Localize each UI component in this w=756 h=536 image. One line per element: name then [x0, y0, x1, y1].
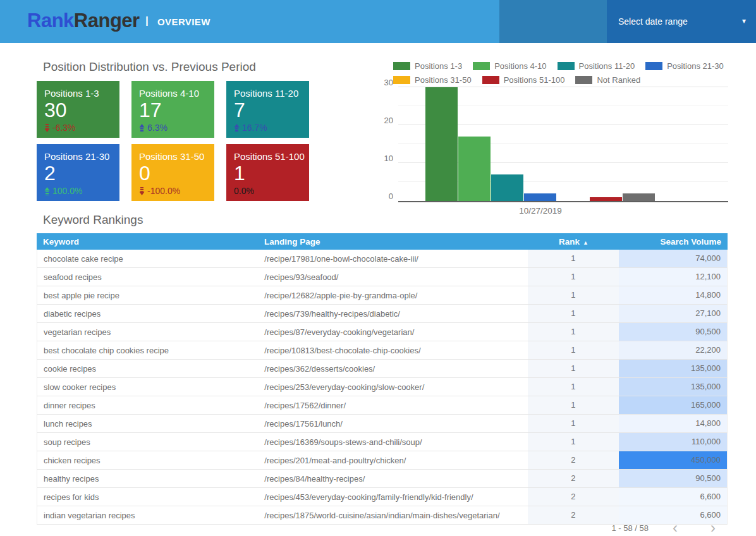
keyword-cell[interactable]: dinner recipes: [37, 401, 259, 410]
trend-down-icon: [44, 124, 50, 132]
keyword-cell[interactable]: healthy recipes: [37, 474, 259, 484]
legend-swatch: [393, 62, 410, 70]
rank-cell: 2: [528, 506, 619, 524]
landing-page-cell[interactable]: /recipes/17561/lunch/: [259, 419, 527, 429]
table-row[interactable]: lunch recipes/recipes/17561/lunch/114,80…: [37, 415, 728, 433]
sort-ascending-icon: ▲: [583, 240, 588, 246]
keyword-cell[interactable]: vegetarian recipes: [37, 327, 259, 337]
table-row[interactable]: best apple pie recipe/recipe/12682/apple…: [37, 286, 728, 305]
trend-up-icon: [234, 124, 240, 132]
landing-page-cell[interactable]: /recipes/93/seafood/: [259, 272, 527, 282]
search-volume-cell: 14,800: [619, 286, 727, 304]
landing-page-cell[interactable]: /recipes/87/everyday-cooking/vegetarian/: [259, 327, 527, 337]
keyword-rankings-title: Keyword Rankings: [43, 213, 143, 227]
table-row[interactable]: best chocolate chip cookies recipe/recip…: [37, 341, 728, 360]
card-change-value: 0.0%: [234, 186, 254, 196]
column-header-search-volume[interactable]: Search Volume: [619, 237, 728, 247]
card-label: Positions 4-10: [139, 88, 214, 99]
position-distribution-chart: Positions 1-3Positions 4-10Positions 11-…: [379, 58, 737, 216]
landing-page-cell[interactable]: /recipes/17562/dinner/: [259, 401, 527, 410]
landing-page-cell[interactable]: /recipe/12682/apple-pie-by-grandma-ople/: [259, 291, 527, 300]
rank-cell: 1: [528, 305, 619, 322]
position-card[interactable]: Positions 21-302100.0%: [37, 144, 119, 201]
legend-item[interactable]: Positions 11-20: [558, 61, 635, 71]
search-volume-cell: 450,000: [619, 451, 727, 469]
position-card[interactable]: Positions 51-10010.0%: [226, 144, 309, 201]
table-row[interactable]: dinner recipes/recipes/17562/dinner/1165…: [37, 396, 728, 415]
next-page-icon[interactable]: ›: [710, 522, 716, 533]
rank-cell: 2: [528, 470, 619, 487]
search-volume-cell: 90,500: [619, 323, 727, 341]
table-row[interactable]: vegetarian recipes/recipes/87/everyday-c…: [37, 323, 728, 341]
keyword-cell[interactable]: best apple pie recipe: [37, 291, 259, 300]
legend-item[interactable]: Not Ranked: [575, 75, 640, 85]
table-row[interactable]: recipes for kids/recipes/453/everyday-co…: [37, 488, 728, 506]
landing-page-cell[interactable]: /recipe/17981/one-bowl-chocolate-cake-ii…: [259, 254, 527, 264]
keyword-cell[interactable]: cookie recipes: [37, 364, 259, 374]
chart-bar: [425, 87, 458, 201]
keyword-cell[interactable]: best chocolate chip cookies recipe: [37, 346, 259, 355]
keyword-cell[interactable]: lunch recipes: [37, 419, 259, 429]
rank-cell: 1: [528, 360, 619, 377]
legend-item[interactable]: Positions 1-3: [393, 61, 462, 71]
position-card[interactable]: Positions 4-10176.3%: [131, 81, 214, 138]
rankranger-logo[interactable]: RankRanger: [27, 9, 140, 32]
column-header-rank[interactable]: Rank▲: [528, 237, 619, 247]
keyword-cell[interactable]: indian vegetarian recipes: [37, 511, 259, 520]
chart-bar: [458, 137, 491, 201]
position-card[interactable]: Positions 11-20716.7%: [226, 81, 309, 138]
landing-page-cell[interactable]: /recipes/739/healthy-recipes/diabetic/: [259, 309, 527, 319]
card-change: 16.7%: [234, 123, 267, 133]
card-change-value: 6.3%: [147, 123, 168, 133]
landing-page-cell[interactable]: /recipe/10813/best-chocolate-chip-cookie…: [259, 346, 527, 355]
landing-page-cell[interactable]: /recipes/253/everyday-cooking/slow-cooke…: [259, 382, 527, 392]
date-range-selector[interactable]: Select date range ▾: [607, 0, 756, 43]
column-header-keyword[interactable]: Keyword: [37, 237, 259, 247]
legend-item[interactable]: Positions 4-10: [473, 61, 546, 71]
nav-overview-label: OVERVIEW: [157, 16, 210, 27]
legend-label: Positions 31-50: [415, 75, 472, 85]
keyword-cell[interactable]: chocolate cake recipe: [37, 254, 259, 264]
table-row[interactable]: seafood recipes/recipes/93/seafood/112,1…: [37, 268, 728, 286]
position-card[interactable]: Positions 31-500-100.0%: [131, 144, 214, 201]
table-row[interactable]: slow cooker recipes/recipes/253/everyday…: [37, 378, 728, 396]
search-volume-cell: 135,000: [619, 378, 727, 396]
landing-page-cell[interactable]: /recipes/201/meat-and-poultry/chicken/: [259, 456, 527, 465]
landing-page-cell[interactable]: /recipes/453/everyday-cooking/family-fri…: [259, 492, 527, 502]
table-row[interactable]: soup recipes/recipes/16369/soups-stews-a…: [37, 433, 728, 451]
previous-page-icon[interactable]: ‹: [673, 522, 678, 533]
landing-page-cell[interactable]: /recipes/1875/world-cuisine/asian/indian…: [259, 511, 527, 520]
card-value: 2: [44, 162, 119, 184]
keyword-cell[interactable]: diabetic recipes: [37, 309, 259, 319]
chart-bar: [623, 193, 655, 201]
legend-item[interactable]: Positions 21-30: [645, 61, 724, 71]
x-axis-tick-label: 10/27/2019: [519, 206, 562, 216]
landing-page-cell[interactable]: /recipes/84/healthy-recipes/: [259, 474, 527, 484]
legend-item[interactable]: Positions 51-100: [482, 75, 565, 85]
landing-page-cell[interactable]: /recipes/362/desserts/cookies/: [259, 364, 527, 374]
card-label: Positions 1-3: [44, 88, 119, 99]
keyword-cell[interactable]: soup recipes: [37, 437, 259, 447]
keyword-cell[interactable]: seafood recipes: [37, 272, 259, 282]
position-card[interactable]: Positions 1-330-6.3%: [37, 81, 119, 138]
table-row[interactable]: chocolate cake recipe/recipe/17981/one-b…: [37, 250, 728, 268]
keyword-cell[interactable]: slow cooker recipes: [37, 382, 259, 392]
legend-swatch: [482, 76, 499, 84]
top-header-bar: RankRanger | OVERVIEW Select date range …: [0, 0, 756, 43]
table-row[interactable]: cookie recipes/recipes/362/desserts/cook…: [37, 360, 728, 378]
position-cards-grid: Positions 1-330-6.3%Positions 4-10176.3%…: [37, 81, 310, 201]
landing-page-cell[interactable]: /recipes/16369/soups-stews-and-chili/sou…: [259, 437, 527, 447]
table-row[interactable]: diabetic recipes/recipes/739/healthy-rec…: [37, 305, 728, 323]
table-row[interactable]: chicken recipes/recipes/201/meat-and-pou…: [37, 451, 728, 470]
trend-up-icon: [44, 187, 50, 195]
table-row[interactable]: healthy recipes/recipes/84/healthy-recip…: [37, 470, 728, 488]
y-axis-tick-label: 30: [384, 78, 393, 87]
keyword-cell[interactable]: recipes for kids: [37, 492, 259, 502]
card-label: Positions 51-100: [234, 151, 309, 162]
keyword-cell[interactable]: chicken recipes: [37, 456, 259, 465]
column-header-landing-page[interactable]: Landing Page: [259, 237, 528, 247]
rank-cell: 1: [528, 250, 619, 267]
legend-item[interactable]: Positions 31-50: [393, 75, 472, 85]
chart-legend: Positions 1-3Positions 4-10Positions 11-…: [393, 61, 737, 85]
header-menu-block[interactable]: [499, 0, 607, 43]
